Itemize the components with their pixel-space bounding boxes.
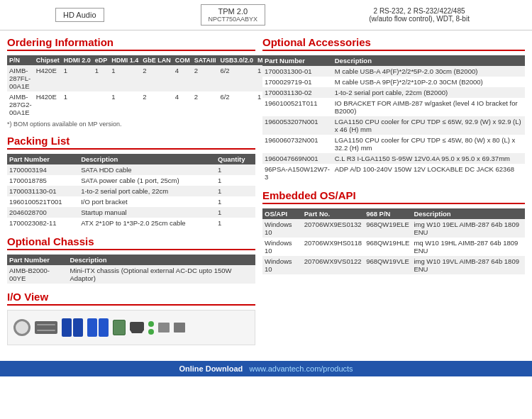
optional-chassis-title: Optional Chassis [7, 235, 255, 250]
packing-list-tbody: 1700003194 SATA HDD cable 1 1700018785 S… [7, 164, 255, 228]
optional-accessories-header: Part Number Description [262, 55, 525, 66]
table-row: Windows 10 20706WX9HS0118 968QW19HLE mq … [262, 238, 525, 256]
col-com: COM [173, 55, 192, 65]
table-row: 1700003194 SATA HDD cable 1 [7, 164, 255, 175]
audio-port-icon [158, 323, 170, 333]
usb-port-icon [73, 318, 83, 337]
led-icon [148, 321, 154, 327]
online-download-url[interactable]: www.advantech.com/products [249, 364, 353, 373]
left-column: Ordering Information P/N Chipset HDMI 2.… [7, 36, 262, 352]
led-indicators [148, 321, 154, 335]
tpm-label: TPM 2.0 NPCT750AABYX [201, 4, 266, 26]
table-row: 1700023082-11 ATX 2*10P to 1*3P-2.0 25cm… [7, 218, 255, 228]
usb3-port-icon [87, 318, 97, 337]
table-row: 1700029719-01 M cable USB-A 9P(F)*2/2*10… [262, 77, 525, 87]
optional-chassis-table: Part Number Description AIMB-B2000-00YE … [7, 255, 255, 284]
col-usb: USB3.0/2.0 [218, 55, 255, 65]
optional-chassis-header: Part Number Description [7, 255, 255, 265]
usb3-port-icon [99, 318, 109, 337]
col-hdmi14: HDMI 1.4 [109, 55, 140, 65]
audio-port2-icon [174, 323, 185, 333]
optional-accessories-thead: Part Number Description [262, 55, 525, 66]
optional-chassis-section: Optional Chassis Part Number Description… [7, 235, 255, 284]
table-row: 1960053207N001 LGA1150 CPU cooler for CP… [262, 116, 525, 135]
hdmi-port-icon [130, 322, 144, 333]
optional-chassis-thead: Part Number Description [7, 255, 255, 265]
packing-list-header: Part Number Description Quantity [7, 154, 255, 164]
online-download-label: Online Download [179, 364, 243, 373]
packing-list-thead: Part Number Description Quantity [7, 154, 255, 164]
optional-accessories-table: Part Number Description 1700031300-01 M … [262, 55, 525, 182]
usb-ports [62, 318, 83, 337]
embedded-os-tbody: Windows 10 20706WX9ES0132 968QW19ELE img… [262, 219, 525, 274]
table-row: Windows 10 20706WX9VS0122 968QW19VLE img… [262, 256, 525, 274]
table-row: 1960060732N001 LGA1150 CPU cooler for CP… [262, 135, 525, 153]
rj45-port-icon [113, 320, 126, 335]
ordering-note: *) BOM options available on MP version. [7, 121, 255, 128]
db9-port-icon [35, 321, 57, 334]
table-row: 1700031130-02 1-to-2 serial port cable, … [262, 87, 525, 98]
table-row: 1960100521T011 IO BRACKET FOR AIMB-287 w… [262, 98, 525, 116]
optional-accessories-title: Optional Accessories [262, 36, 525, 51]
rs232-label: 2 RS-232, 2 RS-232/422/485(w/auto flow c… [362, 5, 477, 25]
optional-accessories-tbody: 1700031300-01 M cable USB-A 4P(F)*2/2*5P… [262, 66, 525, 182]
table-row: 96PSA-A150W12W7-3 ADP A/D 100-240V 150W … [262, 164, 525, 182]
optional-chassis-tbody: AIMB-B2000-00YE Mini-ITX chassis (Option… [7, 265, 255, 284]
ordering-info-title: Ordering Information [7, 36, 255, 51]
io-view-title: I/O View [7, 291, 255, 306]
embedded-os-section: Embedded OS/API OS/API Part No. 968 P/N … [262, 189, 525, 274]
packing-list-title: Packing List [7, 135, 255, 150]
embedded-os-table: OS/API Part No. 968 P/N Description Wind… [262, 208, 525, 274]
table-row: 1700031130-01 1-to-2 serial port cable, … [7, 186, 255, 196]
table-row: 1960100521T001 I/O port bracket 1 [7, 196, 255, 207]
right-column: Optional Accessories Part Number Descrip… [262, 36, 525, 352]
ordering-info-section: Ordering Information P/N Chipset HDMI 2.… [7, 36, 255, 128]
serial-port-icon [13, 319, 31, 336]
table-row: AIMB-B2000-00YE Mini-ITX chassis (Option… [7, 265, 255, 284]
embedded-os-header: OS/API Part No. 968 P/N Description [262, 208, 525, 219]
optional-accessories-section: Optional Accessories Part Number Descrip… [262, 36, 525, 182]
col-gbe: GbE LAN [140, 55, 173, 65]
table-row: 1960047669N001 C.L R3 I-LGA1150 S-95W 12… [262, 153, 525, 164]
io-view-section: I/O View [7, 291, 255, 345]
packing-list-section: Packing List Part Number Description Qua… [7, 135, 255, 228]
table-row: Windows 10 20706WX9ES0132 968QW19ELE img… [262, 219, 525, 238]
usb-port-icon [62, 318, 72, 337]
hd-audio-label: HD Audio [55, 8, 104, 22]
usb3-ports [87, 318, 109, 337]
packing-list-table: Part Number Description Quantity 1700003… [7, 154, 255, 228]
col-sata: SATAIII [192, 55, 218, 65]
col-pn: P/N [7, 55, 34, 65]
main-content: Ordering Information P/N Chipset HDMI 2.… [0, 30, 532, 358]
led-icon [148, 329, 154, 335]
embedded-os-title: Embedded OS/API [262, 189, 525, 204]
col-edp: eDP [93, 55, 110, 65]
col-chipset: Chipset [34, 55, 62, 65]
online-download-bar: Online Download www.advantech.com/produc… [0, 361, 532, 376]
top-bar: HD Audio TPM 2.0 NPCT750AABYX 2 RS-232, … [0, 0, 532, 30]
table-row: 1700031300-01 M cable USB-A 4P(F)*2/2*5P… [262, 66, 525, 77]
embedded-os-thead: OS/API Part No. 968 P/N Description [262, 208, 525, 219]
io-view-diagram [7, 310, 255, 345]
table-row: 1700018785 SATA power cable (1 port, 25c… [7, 175, 255, 186]
col-hdmi20: HDMI 2.0 [62, 55, 93, 65]
table-row: 2046028700 Startup manual 1 [7, 207, 255, 218]
